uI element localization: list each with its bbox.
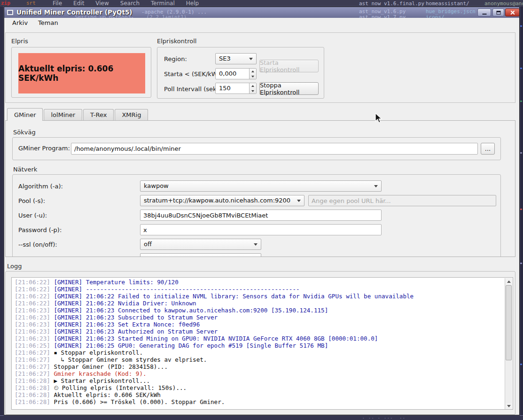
threshold-spinbox[interactable]: 0,000 bbox=[215, 68, 257, 79]
log-line: [21:06:22] [GMINER] Temperature limits: … bbox=[15, 279, 503, 286]
log-line: [21:06:22] [GMINER] 21:06:22 Failed to i… bbox=[15, 293, 503, 300]
log-line: [21:06:27] Stoppar Gminer (PID: 2834158)… bbox=[15, 363, 503, 370]
log-scrollbar[interactable] bbox=[505, 278, 512, 410]
tab-gminer[interactable]: GMiner bbox=[7, 108, 43, 121]
tab-xmrig[interactable]: XMRig bbox=[115, 109, 148, 120]
log-lines: [21:06:22] [GMINER] Temperature limits: … bbox=[15, 279, 503, 405]
terminal-menu-help[interactable]: Help bbox=[186, 0, 199, 7]
sokvag-groupbox: GMiner Program: ... bbox=[12, 137, 501, 160]
poll-interval-spinbox[interactable]: 150 bbox=[215, 83, 257, 94]
browse-button[interactable]: ... bbox=[481, 143, 495, 155]
chevron-down-icon bbox=[374, 185, 378, 187]
elpriskontroll-group-label: Elpriskontroll bbox=[157, 38, 196, 45]
custom-pool-input[interactable] bbox=[308, 195, 496, 206]
ssl-select[interactable]: off bbox=[140, 239, 261, 250]
terminal-snippet-zip: zip bbox=[1, 0, 10, 6]
natverk-groupbox: Algorithm (-a): kawpow Pool (-s): stratu… bbox=[12, 174, 501, 257]
tab-lolminer[interactable]: lolMiner bbox=[44, 109, 82, 120]
terminal-file-snippet: ast_now_v1.6.final.py bbox=[359, 0, 424, 7]
terminal-right-edge bbox=[520, 7, 523, 420]
user-input[interactable] bbox=[140, 210, 382, 221]
price-panel: Aktuellt elpris: 0.606 SEK/kWh bbox=[18, 53, 145, 93]
spinner-buttons bbox=[249, 83, 256, 93]
tab-t-rex[interactable]: T-Rex bbox=[83, 109, 114, 120]
region-select[interactable]: SE3 bbox=[215, 53, 257, 64]
menu-item-arkiv[interactable]: Arkiv bbox=[8, 18, 32, 27]
log-line: [21:06:28] ⏲ Polling elpris (Intervall: … bbox=[15, 384, 503, 391]
titlebar[interactable]: -apache (2.9.0-1) ... ast_now_v1.6.py hu… bbox=[4, 7, 519, 18]
terminal-snippet-srt: srt bbox=[26, 0, 36, 6]
log-line: [21:06:23] [GMINER] 21:06:23 Authorized … bbox=[15, 328, 503, 335]
log-output[interactable]: [21:06:22] [GMINER] Temperature limits: … bbox=[11, 277, 513, 410]
pool-value: stratum+tcp://kawpow.auto.nicehash.com:9… bbox=[144, 197, 290, 204]
algorithm-select[interactable]: kawpow bbox=[140, 180, 382, 192]
menu-item-teman[interactable]: Teman bbox=[34, 18, 62, 27]
log-line: [21:06:22] [GMINER] 21:06:22 Nvidia Driv… bbox=[15, 300, 503, 307]
region-label: Region: bbox=[164, 55, 187, 62]
spin-up-icon[interactable] bbox=[250, 83, 256, 88]
logg-group-label: Logg bbox=[7, 263, 22, 270]
ssl-value: off bbox=[144, 241, 152, 248]
minimize-icon bbox=[482, 14, 486, 15]
user-label: User (-u): bbox=[18, 212, 47, 219]
natverk-group-label: Nätverk bbox=[13, 166, 37, 173]
log-line: [21:06:23] [GMINER] 21:06:23 Subscribed … bbox=[15, 314, 503, 321]
password-label: Password (-p): bbox=[18, 226, 62, 233]
poll-interval-label: Poll Intervall (sek): bbox=[164, 86, 221, 93]
elpris-group-label: Elpris bbox=[11, 38, 28, 45]
log-line: [21:06:27] Gminer kraschade (Kod: 9). bbox=[15, 370, 503, 377]
terminal-menu-edit[interactable]: Edit bbox=[73, 0, 84, 7]
gminer-program-input[interactable] bbox=[71, 143, 478, 155]
spinner-buttons bbox=[249, 69, 256, 79]
app-window: -apache (2.9.0-1) ... ast_now_v1.6.py hu… bbox=[4, 7, 520, 415]
password-input[interactable] bbox=[140, 224, 382, 235]
log-line: [21:06:28] ▶ Startar elpriskontroll... bbox=[15, 377, 503, 384]
stop-elpriskontroll-button[interactable]: Stoppa Elpriskontroll bbox=[259, 82, 319, 95]
start-elpriskontroll-button[interactable]: Starta Elpriskontroll bbox=[259, 60, 319, 72]
region-value: SE3 bbox=[219, 55, 231, 62]
algorithm-label: Algorithm (-a): bbox=[18, 183, 63, 190]
elpriskontroll-groupbox: Region: SE3 Starta Elpriskontroll Starta… bbox=[157, 47, 324, 99]
scroll-up-icon[interactable] bbox=[506, 279, 512, 285]
pool-select[interactable]: stratum+tcp://kawpow.auto.nicehash.com:9… bbox=[140, 195, 304, 206]
titlebar-bleed-file4: icons/ bbox=[426, 14, 445, 18]
elpris-groupbox: Aktuellt elpris: 0.606 SEK/kWh bbox=[11, 47, 151, 98]
tab-bar: GMinerlolMinerT-RexXMRig bbox=[7, 108, 149, 121]
mouse-cursor bbox=[375, 113, 383, 124]
gminer-tab-panel: Sökväg GMiner Program: ... Nätverk Algor… bbox=[5, 120, 515, 257]
window-title: Unified Miner Controller (PyQt5) bbox=[16, 8, 132, 16]
price-section: Elpris Aktuellt elpris: 0.606 SEK/kWh El… bbox=[5, 32, 515, 103]
chevron-down-icon bbox=[297, 200, 301, 202]
threshold-value: 0,000 bbox=[219, 70, 236, 77]
terminal-user-snippet: anonymous@anonymou bbox=[484, 0, 523, 7]
terminal-dir-snippet: homeassistant/ bbox=[426, 0, 469, 7]
pool-label: Pool (-s): bbox=[18, 197, 45, 204]
log-line: [21:06:23] [GMINER] 21:06:23 Connected t… bbox=[15, 307, 503, 314]
terminal-menu-terminal[interactable]: Terminal bbox=[151, 0, 175, 7]
algorithm-value: kawpow bbox=[144, 182, 169, 189]
scrollbar-thumb[interactable] bbox=[506, 285, 512, 360]
terminal-top-bar: zip srt FileEditViewSearchTerminalHelp a… bbox=[0, 0, 523, 7]
maximize-button[interactable] bbox=[492, 8, 504, 16]
close-button[interactable] bbox=[505, 8, 519, 16]
minimize-button[interactable] bbox=[477, 8, 491, 16]
maximize-icon bbox=[496, 11, 500, 15]
chevron-down-icon bbox=[249, 58, 253, 60]
chevron-down-icon bbox=[254, 243, 258, 246]
log-line: [21:06:27] ↳ Stoppar Gminer som styrdes … bbox=[15, 356, 503, 363]
ssl-label: --ssl (on/off): bbox=[18, 241, 57, 248]
log-line: [21:06:23] [GMINER] 21:06:23 Started Min… bbox=[15, 335, 503, 342]
spin-down-icon[interactable] bbox=[250, 74, 256, 79]
sokvag-group-label: Sökväg bbox=[13, 129, 36, 136]
poll-interval-value: 150 bbox=[219, 85, 231, 92]
terminal-menu-file[interactable]: File bbox=[53, 0, 62, 7]
clipped-next-select[interactable] bbox=[140, 253, 261, 257]
terminal-menu-view[interactable]: View bbox=[95, 0, 109, 7]
menubar: ArkivTeman bbox=[4, 18, 519, 28]
scroll-down-icon[interactable] bbox=[506, 403, 512, 409]
terminal-bottom-edge: · ·· · ··· ·· bbox=[0, 415, 523, 420]
spin-down-icon[interactable] bbox=[250, 88, 256, 93]
terminal-menu-search[interactable]: Search bbox=[120, 0, 140, 7]
log-line: [21:06:23] [GMINER] 21:06:23 Set Extra N… bbox=[15, 321, 503, 328]
spin-up-icon[interactable] bbox=[250, 69, 256, 74]
